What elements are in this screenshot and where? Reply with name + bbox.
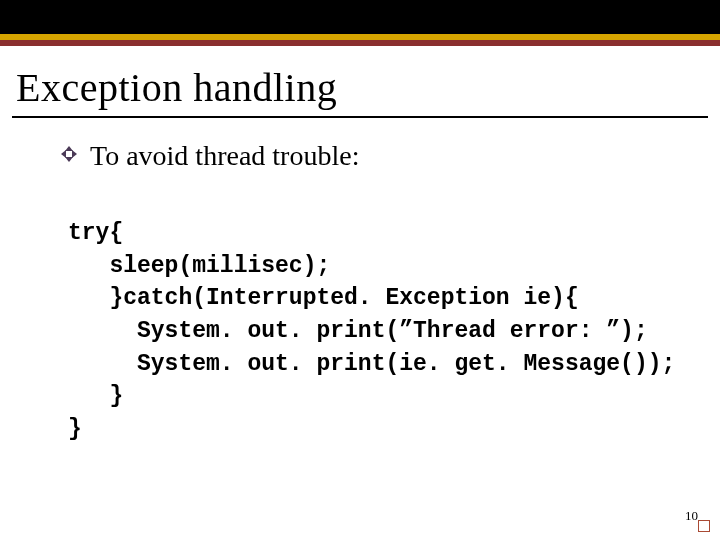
bullet-icon xyxy=(62,147,76,161)
corner-box-icon xyxy=(698,520,710,532)
code-line: }catch(Interrupted. Exception ie){ xyxy=(68,285,579,311)
code-block: try{ sleep(millisec); }catch(Interrupted… xyxy=(68,217,680,446)
bullet-row: To avoid thread trouble: xyxy=(62,138,680,173)
code-line: System. out. print(”Thread error: ”); xyxy=(68,318,648,344)
code-line: System. out. print(ie. get. Message()); xyxy=(68,351,675,377)
bullet-text: To avoid thread trouble: xyxy=(90,138,359,173)
slide-title: Exception handling xyxy=(16,64,704,111)
code-line: try{ xyxy=(68,220,123,246)
code-line: } xyxy=(68,383,123,409)
slide-body: To avoid thread trouble: try{ sleep(mill… xyxy=(62,138,680,446)
code-line: sleep(millisec); xyxy=(68,253,330,279)
title-underline xyxy=(12,116,708,118)
slide-number: 10 xyxy=(685,508,698,524)
code-line: } xyxy=(68,416,82,442)
header-rule-red xyxy=(0,40,720,46)
header-band-black xyxy=(0,0,720,34)
slide: Exception handling To avoid thread troub… xyxy=(0,0,720,540)
